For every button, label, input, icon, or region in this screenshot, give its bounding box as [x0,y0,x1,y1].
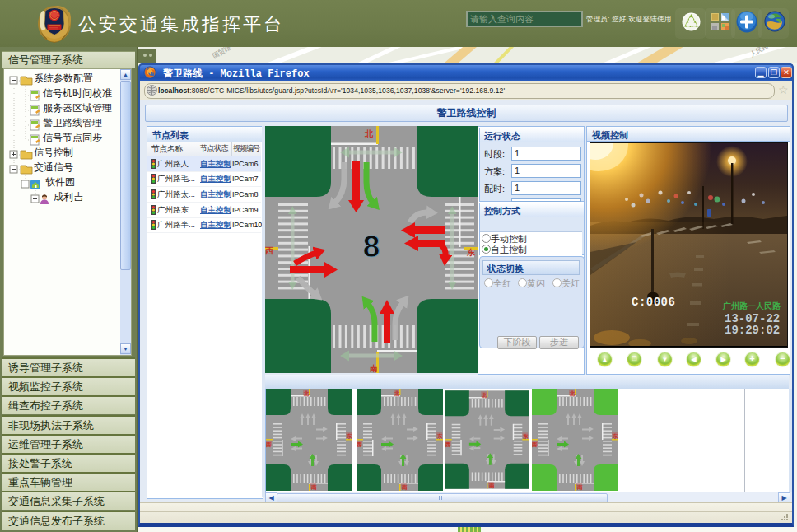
svg-text:北: 北 [364,129,374,138]
svg-text:东: 东 [466,248,475,257]
svg-text:西: 西 [265,246,273,255]
svg-text:8: 8 [363,230,380,264]
svg-text:南: 南 [370,364,378,373]
